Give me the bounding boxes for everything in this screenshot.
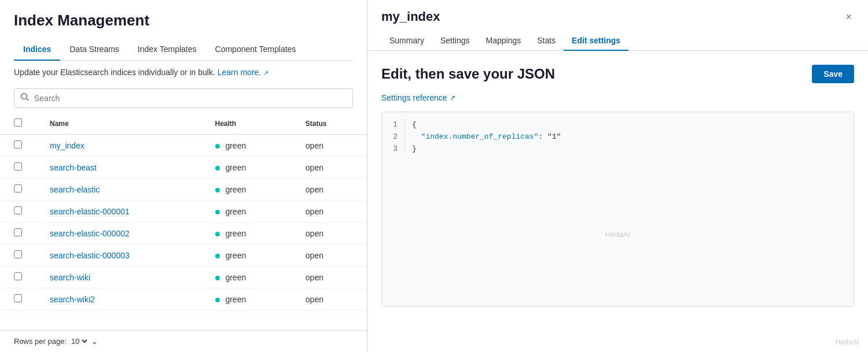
row-health-cell: green (201, 157, 292, 179)
health-indicator (215, 254, 220, 258)
index-table: Name Health Status my_index green open (0, 113, 367, 310)
tab-indices[interactable]: Indices (14, 39, 60, 61)
col-status: Status (292, 113, 367, 135)
chevron-down-icon: ⌄ (91, 337, 98, 346)
footer-watermark: HedaAI (836, 338, 859, 346)
description-bar: Update your Elasticsearch indices indivi… (0, 61, 367, 84)
index-name-link[interactable]: search-wiki (50, 273, 90, 282)
index-name-link[interactable]: my_index (50, 141, 84, 150)
index-name-link[interactable]: search-wiki2 (50, 295, 95, 304)
page-header: Index Management Indices Data Streams In… (0, 0, 367, 61)
row-status-cell: open (292, 288, 367, 310)
line-numbers: 1 2 3 (382, 119, 405, 155)
row-checkbox[interactable] (14, 206, 22, 214)
row-checkbox[interactable] (14, 140, 22, 149)
row-checkbox[interactable] (14, 228, 22, 236)
row-checkbox[interactable] (14, 294, 22, 302)
select-all-checkbox[interactable] (14, 118, 22, 127)
tab-summary[interactable]: Summary (381, 31, 432, 51)
col-checkbox (0, 113, 36, 135)
index-name-link[interactable]: search-elastic-000003 (50, 251, 130, 260)
table-row: search-elastic green open (0, 179, 367, 201)
row-status-cell: open (292, 179, 367, 201)
save-button[interactable]: Save (812, 65, 854, 83)
close-brace: } (412, 144, 417, 153)
row-checkbox-cell (0, 157, 36, 179)
health-indicator (215, 166, 220, 171)
settings-reference-link[interactable]: Settings reference ↗ (381, 93, 455, 102)
row-checkbox-cell (0, 266, 36, 288)
row-checkbox[interactable] (14, 272, 22, 280)
status-badge: open (306, 207, 323, 216)
row-name-cell: search-wiki (36, 266, 201, 288)
health-label: green (225, 251, 246, 260)
table-header-row: Name Health Status (0, 113, 367, 135)
row-checkbox-cell (0, 135, 36, 157)
row-checkbox-cell (0, 201, 36, 223)
search-icon (20, 92, 30, 104)
editor-watermark: HedaAI (605, 230, 630, 239)
row-status-cell: open (292, 223, 367, 244)
health-label: green (225, 185, 246, 194)
index-name-link[interactable]: search-beast (50, 163, 97, 172)
index-name-link[interactable]: search-elastic-000001 (50, 207, 130, 216)
row-name-cell: my_index (36, 135, 201, 157)
row-checkbox[interactable] (14, 162, 22, 171)
tab-index-templates[interactable]: Index Templates (128, 39, 206, 61)
row-checkbox[interactable] (14, 184, 22, 192)
tab-stats[interactable]: Stats (529, 31, 564, 51)
edit-title: Edit, then save your JSON (381, 66, 555, 82)
flyout-tabs: Summary Settings Mappings Stats Edit set… (381, 31, 854, 50)
tab-data-streams[interactable]: Data Streams (60, 39, 128, 61)
row-health-cell: green (201, 201, 292, 223)
rows-per-page-label: Rows per page: (14, 337, 67, 346)
search-bar (0, 84, 367, 113)
tab-settings[interactable]: Settings (432, 31, 478, 51)
tab-component-templates[interactable]: Component Templates (206, 39, 306, 61)
row-checkbox-cell (0, 223, 36, 244)
table-row: search-elastic-000001 green open (0, 201, 367, 223)
description-text: Update your Elasticsearch indices indivi… (14, 68, 215, 77)
tab-edit-settings[interactable]: Edit settings (564, 31, 628, 51)
json-editor-inner: 1 2 3 { "index.number_of_replicas": "1" … (382, 112, 854, 162)
status-badge: open (306, 295, 323, 304)
index-name-link[interactable]: search-elastic-000002 (50, 229, 130, 238)
row-name-cell: search-wiki2 (36, 288, 201, 310)
close-button[interactable]: × (843, 9, 854, 24)
edit-header-row: Edit, then save your JSON Save (381, 65, 854, 83)
health-label: green (225, 229, 246, 238)
health-indicator (215, 232, 220, 236)
main-tabs: Indices Data Streams Index Templates Com… (14, 39, 353, 61)
learn-more-link[interactable]: Learn more. (218, 68, 261, 77)
flyout-title: my_index (381, 9, 440, 24)
rows-per-page-select[interactable]: 10 25 50 (69, 336, 89, 346)
row-health-cell: green (201, 179, 292, 201)
index-table-container: Name Health Status my_index green open (0, 113, 367, 330)
line-number-1: 1 (389, 119, 398, 131)
table-footer: Rows per page: 10 25 50 ⌄ (0, 330, 367, 352)
row-name-cell: search-elastic-000002 (36, 223, 201, 244)
row-status-cell: open (292, 201, 367, 223)
health-label: green (225, 207, 246, 216)
page-title: Index Management (14, 12, 353, 29)
row-status-cell: open (292, 266, 367, 288)
row-checkbox[interactable] (14, 250, 22, 258)
json-colon: : "1" (538, 132, 561, 141)
tab-mappings[interactable]: Mappings (478, 31, 529, 51)
row-checkbox-cell (0, 244, 36, 266)
search-wrapper (14, 88, 353, 108)
settings-reference-label: Settings reference (381, 93, 447, 102)
table-body: my_index green open search-beast green o… (0, 135, 367, 310)
health-label: green (225, 273, 246, 282)
row-status-cell: open (292, 157, 367, 179)
search-input[interactable] (34, 94, 347, 103)
health-indicator (215, 276, 220, 280)
health-indicator (215, 210, 220, 214)
table-row: search-elastic-000003 green open (0, 244, 367, 266)
json-editor[interactable]: 1 2 3 { "index.number_of_replicas": "1" … (381, 112, 854, 307)
status-badge: open (306, 163, 323, 172)
status-badge: open (306, 229, 323, 238)
index-name-link[interactable]: search-elastic (50, 185, 100, 194)
table-row: search-elastic-000002 green open (0, 223, 367, 244)
row-health-cell: green (201, 266, 292, 288)
